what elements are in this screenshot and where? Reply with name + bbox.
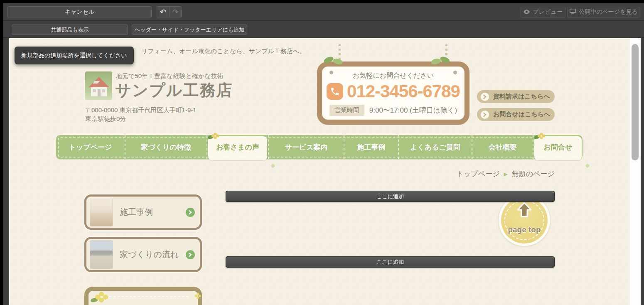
page-top-button[interactable]: page top <box>499 194 550 246</box>
dashed-divider <box>109 298 189 298</box>
preview-label: プレビュー <box>533 8 562 16</box>
cta-label: 資料請求はこちらへ <box>493 93 550 101</box>
company-address-line1: 〒000-0000 東京都千代田区大手町1-9-1 <box>85 106 197 114</box>
contact-heading: お気軽にお問合せください <box>322 71 465 80</box>
works-thumbnail <box>90 198 113 226</box>
add-location-tooltip: 新規部品の追加場所を選択してください <box>15 47 134 64</box>
contact-sign-panel: お気軽にお問合せください 012-3456-6789 営業時間 9:00〜17:… <box>317 61 469 125</box>
add-to-areas-button[interactable]: ヘッダー・サイド・フッターエリアにも追加 <box>132 25 247 35</box>
hours-label-badge: 営業時間 <box>329 105 364 116</box>
site-navigation: トップページ 家づくりの特徴 お客さまの声 サービス案内 施工事例 よくあるご質… <box>56 135 583 159</box>
nav-item-faq[interactable]: よくあるご質問 <box>398 135 472 159</box>
show-common-parts-button[interactable]: 共通部品も表示 <box>12 25 128 35</box>
company-tagline: 地元で50年！豊富な経験と確かな技術 <box>116 72 223 80</box>
request-docs-button[interactable]: 資料請求はこちらへ <box>477 90 555 103</box>
toolbar-row-2: 共通部品も表示 ヘッダー・サイド・フッターエリアにも追加 <box>3 22 644 38</box>
nav-item-customer-voices[interactable]: お客さまの声 <box>206 135 268 159</box>
add-here-bar[interactable]: ここに追加 <box>226 256 555 268</box>
contact-us-button[interactable]: お問合せはこちらへ <box>477 108 555 121</box>
hours-value: 9:00〜17:00 (土曜日は除く) <box>369 106 457 115</box>
breadcrumb-home-link[interactable]: トップページ <box>457 169 500 179</box>
redo-button[interactable]: ↷ <box>169 6 182 17</box>
eye-icon <box>524 9 530 15</box>
scrollbar-thumb[interactable] <box>632 44 639 160</box>
chevron-right-icon <box>481 93 489 101</box>
page-top-label: page top <box>499 225 550 234</box>
side-menu-label: 施工事例 <box>120 207 179 218</box>
view-published-label: 公開中のページを見る <box>579 8 638 16</box>
nav-item-works[interactable]: 施工事例 <box>344 135 398 159</box>
view-published-button[interactable]: 公開中のページを見る <box>567 7 640 17</box>
nav-item-contact[interactable]: お問合せ <box>533 135 583 159</box>
chevron-right-icon <box>186 208 195 217</box>
nav-item-services[interactable]: サービス案内 <box>268 135 344 159</box>
flow-thumbnail <box>90 240 113 269</box>
editor-app: キャンセル ↶ ↷ プレビュー 公開中のページを見る 共通部品も表示 ヘッダー・… <box>3 3 644 305</box>
site-catch-copy: リフォーム、オール電化のことなら、サンプル工務店へ。 <box>141 47 305 55</box>
undo-button[interactable]: ↶ <box>157 6 169 17</box>
phone-number: 012-3456-6789 <box>347 81 460 101</box>
side-menu-item-flow[interactable]: 家づくりの流れ <box>84 237 202 272</box>
nav-item-company[interactable]: 会社概要 <box>472 135 533 159</box>
undo-icon: ↶ <box>160 7 166 17</box>
dashed-divider <box>109 296 189 297</box>
side-menu-item-works[interactable]: 施工事例 <box>84 194 202 230</box>
cancel-button[interactable]: キャンセル <box>7 6 152 17</box>
phone-icon <box>327 83 343 100</box>
side-panel-partial[interactable] <box>84 287 202 305</box>
chevron-right-icon <box>186 250 195 259</box>
add-here-bar[interactable]: ここに追加 <box>226 191 555 202</box>
triangle-right-icon: ▶ <box>504 171 508 177</box>
nav-item-top-page[interactable]: トップページ <box>56 135 125 159</box>
company-logo-image[interactable] <box>85 71 112 100</box>
breadcrumb: トップページ ▶ 無題のページ <box>457 169 555 179</box>
breadcrumb-current: 無題のページ <box>512 169 555 179</box>
side-menu-label: 家づくりの流れ <box>120 249 179 260</box>
page-preview: リフォーム、オール電化のことなら、サンプル工務店へ。 地元で50年！豊富な経験と… <box>9 38 630 305</box>
monitor-icon <box>570 9 576 15</box>
nav-item-features[interactable]: 家づくりの特徴 <box>125 135 206 159</box>
company-name[interactable]: サンプル工務店 <box>115 80 233 101</box>
company-address-line2: 東京駅徒歩0分 <box>85 115 126 123</box>
preview-button[interactable]: プレビュー <box>521 7 565 17</box>
scrollbar-track[interactable] <box>630 38 641 305</box>
toolbar-row-1: キャンセル ↶ ↷ プレビュー 公開中のページを見る <box>3 3 644 21</box>
chevron-right-icon <box>481 111 489 119</box>
cta-label: お問合せはこちらへ <box>493 111 550 118</box>
redo-icon: ↷ <box>172 7 178 17</box>
